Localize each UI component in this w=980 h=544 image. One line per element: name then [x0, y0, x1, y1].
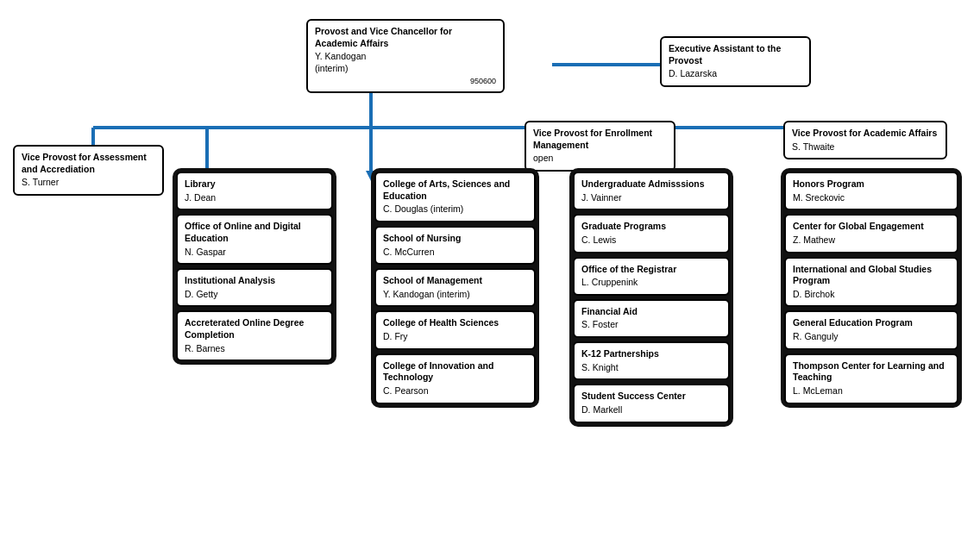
enrollment-group: Undergraduate Admisssions J. Vainner Gra…	[569, 168, 733, 427]
provost-person: Y. Kandogan (interim)	[315, 51, 496, 74]
vp-academic-title: Vice Provost for Academic Affairs	[792, 128, 939, 140]
general-education-box: General Education Program R. Ganguly	[784, 310, 958, 349]
undergrad-admissions-box: Undergraduate Admisssions J. Vainner	[573, 172, 730, 210]
financial-aid-box: Financial Aid S. Foster	[573, 299, 730, 338]
exec-assistant-box: Executive Assistant to the Provost D. La…	[660, 36, 811, 87]
library-group: Library J. Dean Office of Online and Dig…	[173, 168, 336, 365]
provost-box: Provost and Vice Chancellor for Academic…	[306, 19, 505, 93]
innovation-tech-box: College of Innovation and Technology C. …	[374, 353, 536, 404]
institutional-analysis-box: Institutional Analysis D. Getty	[176, 268, 333, 307]
vp-enrollment-title: Vice Provost for Enrollment Management	[533, 128, 667, 151]
global-engagement-box: Center for Global Engagement Z. Mathew	[784, 214, 958, 253]
thompson-center-box: Thompson Center for Learning and Teachin…	[784, 353, 958, 404]
online-education-box: Office of Online and Digital Education N…	[176, 214, 333, 265]
k12-partnerships-box: K-12 Partnerships S. Knight	[573, 341, 730, 380]
graduate-programs-box: Graduate Programs C. Lewis	[573, 214, 730, 253]
org-chart: Provost and Vice Chancellor for Academic…	[0, 0, 980, 544]
registrar-box: Office of the Registrar L. Cruppenink	[573, 257, 730, 296]
provost-ext: 950600	[315, 77, 496, 87]
vp-assessment-title: Vice Provost for Assessment and Accredia…	[22, 152, 155, 175]
vp-assessment-person: S. Turner	[22, 177, 155, 189]
library-box: Library J. Dean	[176, 172, 333, 210]
arts-sciences-box: College of Arts, Sciences and Education …	[374, 172, 536, 222]
intl-global-studies-box: International and Global Studies Program…	[784, 257, 958, 308]
arts-group: College of Arts, Sciences and Education …	[371, 168, 539, 408]
management-box: School of Management Y. Kandogan (interi…	[374, 268, 536, 307]
exec-assistant-person: D. Lazarska	[669, 68, 802, 80]
honors-program-box: Honors Program M. Sreckovic	[784, 172, 958, 210]
provost-title: Provost and Vice Chancellor for Academic…	[315, 26, 496, 49]
health-sciences-box: College of Health Sciences D. Fry	[374, 310, 536, 349]
student-success-box: Student Success Center D. Markell	[573, 384, 730, 422]
exec-assistant-title: Executive Assistant to the Provost	[669, 43, 802, 66]
online-degree-box: Accreterated Online Degree Completion R.…	[176, 310, 333, 361]
vp-enrollment-status: open	[533, 153, 667, 165]
vp-enrollment-box: Vice Provost for Enrollment Management o…	[525, 121, 675, 172]
nursing-box: School of Nursing C. McCurren	[374, 226, 536, 265]
vp-assessment-box: Vice Provost for Assessment and Accredia…	[13, 145, 164, 196]
academic-affairs-group: Honors Program M. Sreckovic Center for G…	[781, 168, 962, 408]
vp-academic-person: S. Thwaite	[792, 141, 939, 153]
vp-academic-box: Vice Provost for Academic Affairs S. Thw…	[783, 121, 947, 159]
